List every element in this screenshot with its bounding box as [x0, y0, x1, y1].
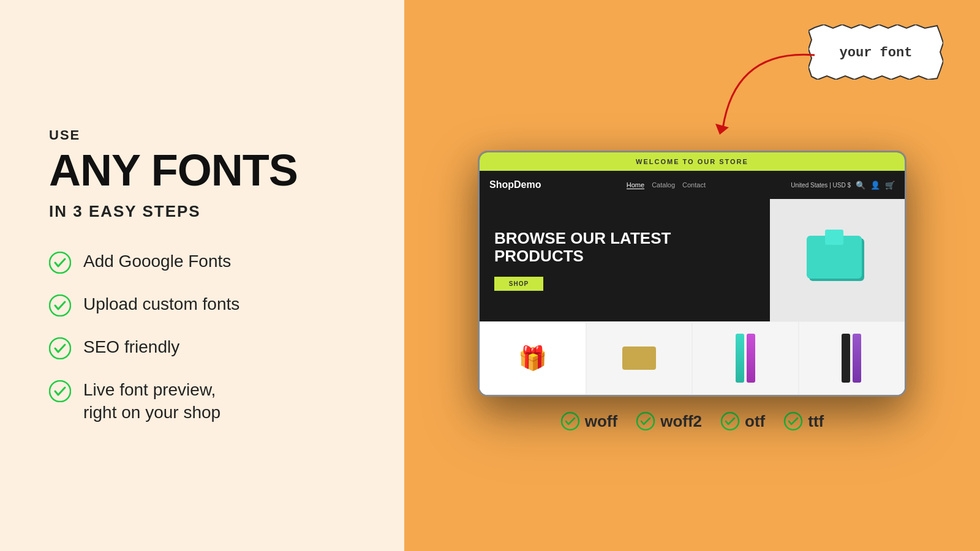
left-panel: USE ANY FONTS IN 3 EASY STEPS Add Gooogl… [0, 0, 404, 551]
hero-title: BROWSE OUR LATEST PRODUCTS [494, 230, 755, 264]
product-card-3 [692, 321, 799, 395]
feature-item-google-fonts: Add Gooogle Fonts [49, 250, 355, 274]
font-format-woff2: woff2 [636, 411, 702, 431]
nav-links: Home Catalog Contact [627, 181, 706, 189]
product-image-gift: 🎁 [518, 345, 547, 372]
check-icon-ttf [783, 411, 803, 431]
nav-right: United States | USD $ 🔍 👤 🛒 [791, 181, 895, 190]
svg-point-1 [50, 295, 70, 316]
check-icon-preview [49, 380, 71, 402]
font-format-woff: woff [560, 411, 617, 431]
banner-text: WELCOME TO OUR STORE [636, 158, 748, 165]
speech-bubble-area: your font [809, 24, 943, 82]
currency-selector: United States | USD $ [791, 182, 851, 189]
nav-link-contact[interactable]: Contact [682, 181, 706, 189]
cart-icon[interactable]: 🛒 [885, 181, 895, 190]
account-icon[interactable]: 👤 [870, 181, 880, 190]
svg-point-9 [785, 413, 802, 430]
use-label: USE [49, 127, 355, 143]
main-title: ANY FONTS [49, 148, 355, 192]
svg-point-0 [50, 252, 70, 273]
svg-marker-5 [715, 124, 729, 135]
check-icon-seo [49, 337, 71, 359]
svg-point-2 [50, 338, 70, 359]
check-icon-otf [720, 411, 740, 431]
feature-text-seo: SEO friendly [83, 336, 179, 358]
feature-item-upload-fonts: Upload custom fonts [49, 293, 355, 317]
product-card-2 [586, 321, 693, 395]
browser-top-bar: WELCOME TO OUR STORE [480, 152, 905, 171]
check-icon-woff2 [636, 411, 655, 431]
product-card-1: 🎁 [480, 321, 586, 395]
product-image-snowboard-dark [842, 334, 861, 383]
feature-item-seo: SEO friendly [49, 336, 355, 359]
nav-link-catalog[interactable]: Catalog [652, 181, 675, 189]
font-format-ttf: ttf [783, 411, 824, 431]
svg-point-6 [562, 413, 579, 430]
hero-product-image [801, 230, 874, 291]
speech-bubble-text: your font [840, 45, 913, 61]
browser-hero: BROWSE OUR LATEST PRODUCTS SHOP [480, 199, 905, 321]
hero-left: BROWSE OUR LATEST PRODUCTS SHOP [480, 199, 770, 321]
font-formats: woff woff2 otf ttf [560, 411, 824, 431]
shop-logo: ShopDemo [489, 179, 541, 190]
product-image-soap [622, 347, 656, 370]
nav-link-home[interactable]: Home [627, 181, 644, 189]
font-format-woff2-label: woff2 [660, 412, 702, 431]
product-card-4 [799, 321, 905, 395]
feature-text-google-fonts: Add Gooogle Fonts [83, 250, 231, 272]
svg-point-8 [722, 413, 739, 430]
font-format-otf: otf [720, 411, 765, 431]
check-icon-google-fonts [49, 252, 71, 274]
browser-mockup: WELCOME TO OUR STORE ShopDemo Home Catal… [478, 151, 907, 397]
svg-point-7 [637, 413, 654, 430]
font-format-woff-label: woff [585, 412, 617, 431]
feature-item-preview: Live font preview,right on your shop [49, 379, 355, 424]
subtitle: IN 3 EASY STEPS [49, 202, 355, 221]
font-format-otf-label: otf [745, 412, 765, 431]
font-format-ttf-label: ttf [808, 412, 824, 431]
speech-bubble-svg: your font [809, 24, 943, 80]
shop-button[interactable]: SHOP [494, 277, 543, 291]
product-image-snowboard-green [736, 334, 755, 383]
right-panel: your font WELCOME TO OUR STORE ShopDemo … [404, 0, 980, 551]
search-icon[interactable]: 🔍 [856, 181, 865, 190]
svg-point-3 [50, 381, 70, 402]
check-icon-upload-fonts [49, 294, 71, 317]
browser-nav: ShopDemo Home Catalog Contact United Sta… [480, 171, 905, 199]
hero-right [770, 199, 905, 321]
features-list: Add Gooogle Fonts Upload custom fonts SE… [49, 250, 355, 424]
check-icon-woff [560, 411, 580, 431]
feature-text-preview: Live font preview,right on your shop [83, 379, 221, 424]
browser-products: 🎁 [480, 321, 905, 395]
feature-text-upload-fonts: Upload custom fonts [83, 293, 239, 315]
